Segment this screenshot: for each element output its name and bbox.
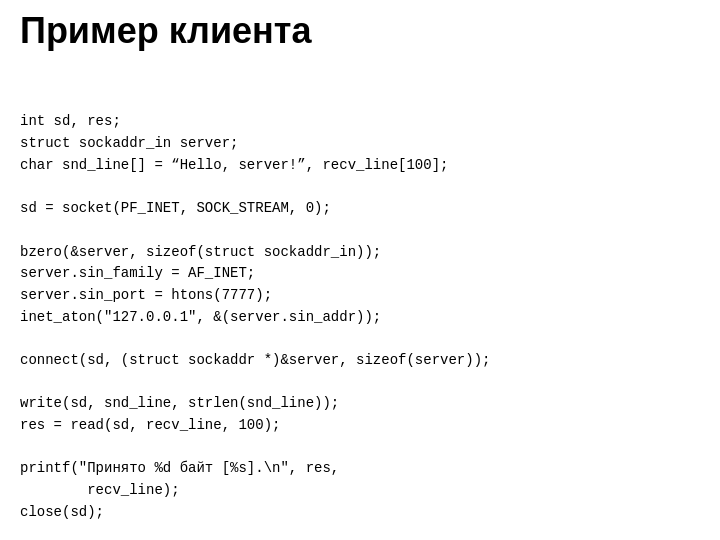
code-line [20, 372, 700, 394]
code-line: write(sd, snd_line, strlen(snd_line)); [20, 393, 700, 415]
code-line: res = read(sd, recv_line, 100); [20, 415, 700, 437]
code-line: recv_line); [20, 480, 700, 502]
code-line: bzero(&server, sizeof(struct sockaddr_in… [20, 242, 700, 264]
code-line: int sd, res; [20, 111, 700, 133]
code-line [20, 328, 700, 350]
code-line [20, 437, 700, 459]
code-line: char snd_line[] = “Hello, server!”, recv… [20, 155, 700, 177]
code-line [20, 220, 700, 242]
code-line [20, 176, 700, 198]
code-line: sd = socket(PF_INET, SOCK_STREAM, 0); [20, 198, 700, 220]
code-line: close(sd); [20, 502, 700, 524]
code-line: server.sin_port = htons(7777); [20, 285, 700, 307]
code-line: struct sockaddr_in server; [20, 133, 700, 155]
page-title: Пример клиента [20, 10, 700, 52]
code-line: printf("Принято %d байт [%s].\n", res, [20, 458, 700, 480]
code-line: inet_aton("127.0.0.1", &(server.sin_addr… [20, 307, 700, 329]
code-block: int sd, res;struct sockaddr_in server;ch… [20, 68, 700, 523]
code-line: connect(sd, (struct sockaddr *)&server, … [20, 350, 700, 372]
page-container: Пример клиента int sd, res;struct sockad… [0, 0, 720, 540]
code-line: server.sin_family = AF_INET; [20, 263, 700, 285]
